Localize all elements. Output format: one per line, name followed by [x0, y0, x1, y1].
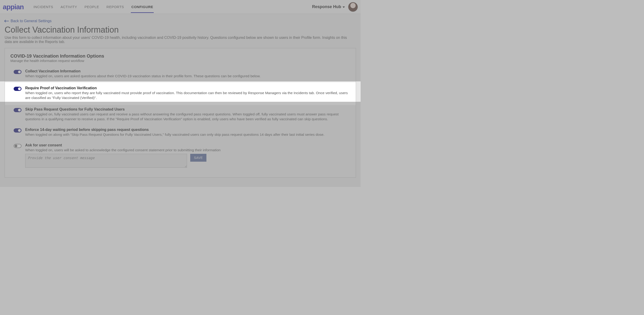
toggle-knob-icon [18, 109, 21, 112]
toggle-knob-icon [14, 145, 17, 147]
toggle-skip-pass[interactable] [14, 108, 22, 112]
consent-message-input[interactable] [25, 154, 187, 168]
back-link[interactable]: Back to General Settings [4, 19, 52, 23]
card-title: COVID-19 Vaccination Information Options [10, 54, 350, 59]
avatar[interactable] [348, 2, 358, 12]
page-body: Back to General Settings Collect Vaccina… [0, 14, 360, 187]
option-row-require-proof: Require Proof of Vaccination Verificatio… [5, 82, 356, 105]
site-switcher[interactable]: Response Hub [312, 5, 345, 9]
back-link-label: Back to General Settings [11, 19, 52, 23]
option-desc: When toggled on, fully vaccinated users … [25, 112, 350, 122]
save-button[interactable]: SAVE [190, 154, 206, 162]
nav-item-incidents[interactable]: INCIDENTS [33, 1, 54, 13]
toggle-collect[interactable] [14, 70, 22, 74]
brand-logo: appian [3, 3, 24, 11]
option-title: Collect Vaccination Information [25, 69, 350, 73]
toggle-knob-icon [18, 71, 21, 73]
option-desc: When toggled on, users are asked questio… [25, 74, 350, 79]
option-title: Skip Pass Request Questions for Fully Va… [25, 107, 350, 112]
options-card: COVID-19 Vaccination Information Options… [4, 48, 356, 178]
option-body: Enforce 14-day waiting period before ski… [25, 128, 350, 137]
option-desc: When toggled on, users will be asked to … [25, 148, 350, 153]
option-title: Enforce 14-day waiting period before ski… [25, 128, 350, 132]
nav-items: INCIDENTSACTIVITYPEOPLEREPORTSCONFIGURE [33, 1, 154, 13]
option-body: Require Proof of Vaccination Verificatio… [25, 86, 350, 100]
option-row-ask-consent: Ask for user consentWhen toggled on, use… [10, 141, 350, 172]
option-title: Require Proof of Vaccination Verificatio… [25, 86, 350, 90]
consent-row: SAVE [25, 154, 350, 168]
toggle-require-proof[interactable] [14, 87, 22, 91]
option-desc: When toggled on, users who report they a… [25, 91, 350, 100]
caret-down-icon [342, 7, 345, 8]
page-title: Collect Vaccination Information [4, 25, 356, 35]
nav-item-configure[interactable]: CONFIGURE [131, 1, 154, 13]
option-title: Ask for user consent [25, 143, 350, 147]
card-subtitle: Manage the health information request wo… [10, 59, 350, 63]
option-desc: When toggled on along with "Skip Pass Re… [25, 132, 350, 137]
option-row-enforce-14: Enforce 14-day waiting period before ski… [10, 125, 350, 141]
option-row-collect: Collect Vaccination InformationWhen togg… [10, 67, 350, 82]
option-body: Collect Vaccination InformationWhen togg… [25, 69, 350, 79]
page-subtitle: Use this form to collect information abo… [4, 36, 351, 44]
option-body: Skip Pass Request Questions for Fully Va… [25, 107, 350, 122]
site-switcher-label: Response Hub [312, 5, 341, 9]
option-row-skip-pass: Skip Pass Request Questions for Fully Va… [10, 105, 350, 125]
option-body: Ask for user consentWhen toggled on, use… [25, 143, 350, 168]
toggle-knob-icon [18, 87, 21, 90]
toggle-enforce-14[interactable] [14, 128, 22, 133]
nav-item-reports[interactable]: REPORTS [106, 1, 124, 13]
toggle-ask-consent[interactable] [14, 144, 22, 148]
nav-item-activity[interactable]: ACTIVITY [60, 1, 78, 13]
toggle-knob-icon [18, 129, 21, 132]
top-nav: appian INCIDENTSACTIVITYPEOPLEREPORTSCON… [0, 0, 360, 14]
arrow-left-icon [4, 21, 9, 21]
nav-item-people[interactable]: PEOPLE [84, 1, 100, 13]
